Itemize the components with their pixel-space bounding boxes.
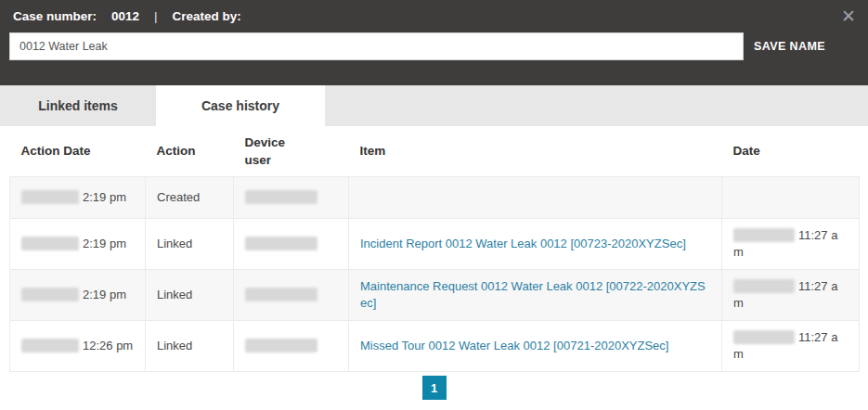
item-cell (349, 176, 722, 218)
case-header: Case number: 0012 | Created by: SAVE NAM… (0, 0, 868, 85)
redacted-text (21, 288, 79, 301)
redacted-text (245, 190, 317, 204)
column-header-device-user: Device user (234, 126, 349, 176)
table-row: 2:19 pmLinkedMaintenance Request 0012 Wa… (10, 269, 860, 320)
tab-linked-items-label: Linked items (38, 98, 118, 113)
page-1-button[interactable]: 1 (422, 376, 447, 400)
column-header-action-date: Action Date (10, 126, 146, 176)
action-date-cell: 2:19 pm (10, 269, 146, 320)
case-info-line: Case number: 0012 | Created by: (13, 9, 241, 23)
item-cell: Incident Report 0012 Water Leak 0012 [00… (349, 218, 722, 269)
device-user-cell (234, 320, 349, 371)
action-cell: Linked (146, 269, 234, 320)
device-user-cell (234, 176, 349, 218)
redacted-text (733, 279, 795, 293)
close-icon[interactable]: ✕ (836, 4, 861, 28)
case-history-panel: Action Date Action Device user Item Date… (0, 126, 868, 410)
tab-bar: Linked items Case history (0, 85, 868, 126)
action-cell: Linked (146, 320, 234, 371)
device-user-cell (234, 218, 349, 269)
case-history-rows: 2:19 pmCreated2:19 pmLinkedIncident Repo… (10, 176, 860, 371)
case-history-table: Action Date Action Device user Item Date… (9, 126, 860, 372)
date-cell: 11:27 am (722, 218, 860, 269)
action-date-cell: 2:19 pm (10, 176, 146, 218)
redacted-text (21, 339, 79, 352)
item-link[interactable]: Maintenance Request 0012 Water Leak 0012… (360, 279, 706, 310)
date-cell (722, 176, 860, 218)
redacted-text (245, 237, 317, 250)
item-link[interactable]: Missed Tour 0012 Water Leak 0012 [00721-… (360, 339, 668, 352)
item-link[interactable]: Incident Report 0012 Water Leak 0012 [00… (360, 237, 686, 250)
action-date-cell: 2:19 pm (10, 218, 146, 269)
table-row: 12:26 pmLinkedMissed Tour 0012 Water Lea… (10, 320, 860, 371)
action-date-cell: 12:26 pm (10, 320, 146, 371)
redacted-text (245, 339, 317, 352)
save-name-button[interactable]: SAVE NAME (754, 35, 825, 58)
table-header-row: Action Date Action Device user Item Date (10, 126, 860, 176)
item-cell: Missed Tour 0012 Water Leak 0012 [00721-… (349, 320, 722, 371)
tab-case-history[interactable]: Case history (156, 85, 325, 126)
case-name-input[interactable] (9, 32, 744, 60)
tab-case-history-label: Case history (201, 98, 279, 113)
redacted-text (21, 190, 79, 204)
device-user-cell (234, 269, 349, 320)
column-header-item: Item (349, 126, 722, 176)
tab-linked-items[interactable]: Linked items (0, 85, 156, 126)
action-cell: Created (146, 176, 234, 218)
separator: | (154, 9, 158, 23)
case-number-value: 0012 (111, 9, 139, 23)
action-cell: Linked (146, 218, 234, 269)
redacted-text (733, 228, 795, 242)
created-by-label: Created by: (173, 9, 241, 23)
date-cell: 11:27 am (722, 269, 860, 320)
redacted-text (245, 288, 317, 301)
case-number-label: Case number: (13, 9, 97, 23)
table-row: 2:19 pmLinkedIncident Report 0012 Water … (10, 218, 860, 269)
column-header-date: Date (722, 126, 860, 176)
redacted-text (733, 330, 795, 344)
redacted-text (21, 237, 79, 250)
date-cell: 11:27 am (722, 320, 860, 371)
column-header-action: Action (146, 126, 234, 176)
table-row: 2:19 pmCreated (10, 176, 860, 218)
pagination: 1 (0, 376, 868, 400)
item-cell: Maintenance Request 0012 Water Leak 0012… (349, 269, 722, 320)
